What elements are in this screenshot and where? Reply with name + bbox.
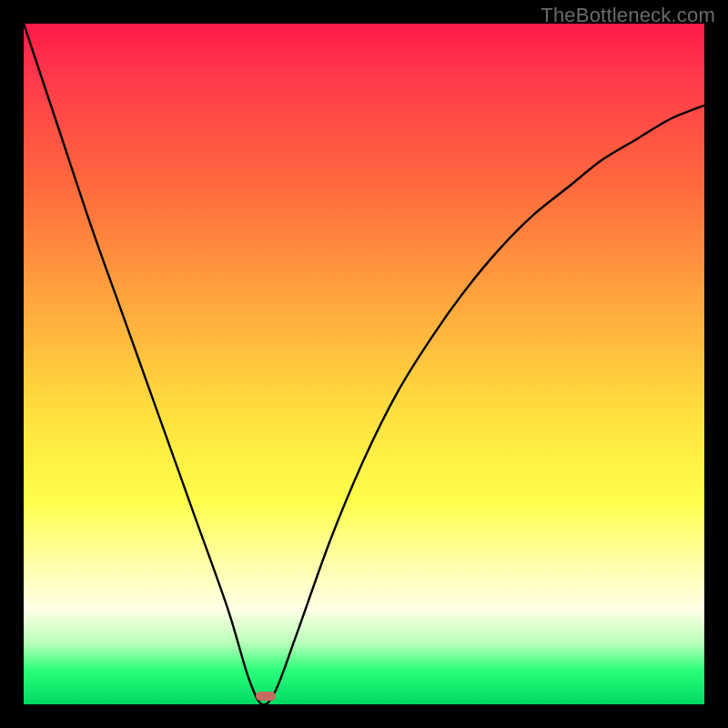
curve-path: [24, 24, 704, 704]
chart-plot-area: [24, 24, 704, 704]
watermark-text: TheBottleneck.com: [541, 4, 715, 27]
bottleneck-curve: [24, 24, 704, 704]
optimal-point-marker: [256, 692, 276, 701]
